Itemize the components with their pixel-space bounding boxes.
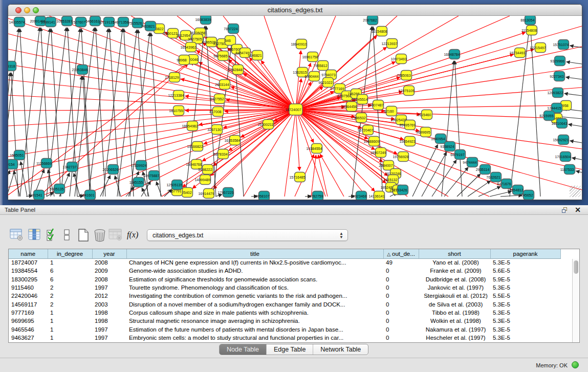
cell-short[interactable]: Hescheler et al. (1997) bbox=[419, 334, 490, 342]
cell-title[interactable]: Estimation of significance thresholds fo… bbox=[126, 275, 383, 283]
table-row[interactable]: 969969511998Structural magnetic resonanc… bbox=[9, 317, 560, 325]
cell-short[interactable]: Nakamura et al. (1997) bbox=[419, 325, 490, 333]
cell-year[interactable]: 2008 bbox=[92, 275, 126, 283]
graph-node[interactable]: 9227343 bbox=[550, 72, 564, 81]
cell-out_de[interactable]: 0 bbox=[383, 309, 419, 317]
function-builder-icon[interactable]: f(x) bbox=[127, 230, 138, 239]
graph-node[interactable]: 9115460 bbox=[418, 110, 432, 120]
cell-pagerank[interactable]: 5.3E-5 bbox=[490, 258, 560, 267]
cell-name[interactable]: 9115460 bbox=[9, 283, 48, 292]
cell-short[interactable]: de Silva et al. (2003) bbox=[419, 300, 490, 308]
cell-year[interactable]: 2009 bbox=[92, 267, 126, 275]
graph-node[interactable]: 10973493 bbox=[390, 54, 406, 64]
graph-node[interactable]: 2718129 bbox=[165, 73, 180, 82]
graph-node[interactable]: 7485063 bbox=[397, 71, 411, 80]
table-vertical-scrollbar[interactable] bbox=[572, 259, 579, 342]
cell-out_de[interactable]: 0 bbox=[383, 317, 419, 325]
graph-node[interactable]: 12093822 bbox=[547, 88, 563, 98]
network-window-titlebar[interactable]: citations_edges.txt bbox=[8, 5, 582, 16]
table-row[interactable]: 946554611997Estimation of the future num… bbox=[9, 325, 560, 333]
graph-node[interactable]: 8427552 bbox=[210, 94, 225, 104]
graph-node[interactable]: 7857224 bbox=[224, 24, 238, 34]
network-canvas[interactable]: 7463822866012339129541822605893275058186… bbox=[8, 16, 582, 200]
cell-pagerank[interactable]: 5.3E-5 bbox=[490, 317, 560, 325]
graph-node[interactable]: 19384554 bbox=[306, 144, 322, 154]
new-column-icon[interactable] bbox=[77, 228, 90, 242]
cell-in_degree[interactable]: 1 bbox=[48, 325, 92, 333]
table-row[interactable]: 2242004622012Investigating the contribut… bbox=[9, 292, 560, 300]
cell-out_de[interactable]: 49 bbox=[383, 258, 419, 267]
cell-out_de[interactable]: 0 bbox=[383, 325, 419, 333]
graph-node[interactable]: 12505135 bbox=[166, 180, 182, 190]
graph-node[interactable]: 12213937 bbox=[381, 39, 397, 49]
table-row[interactable]: 1830029562008Estimation of significance … bbox=[9, 275, 560, 283]
cell-in_degree[interactable]: 1 bbox=[48, 317, 92, 325]
cell-title[interactable]: Disruption of a novel member of a sodium… bbox=[126, 300, 383, 308]
graph-node[interactable]: 7386532 bbox=[352, 113, 366, 123]
column-header-pagerank[interactable]: pagerank bbox=[490, 249, 560, 258]
cell-in_degree[interactable]: 2 bbox=[48, 283, 92, 292]
cell-year[interactable]: 2008 bbox=[92, 258, 126, 267]
citation-graph[interactable]: 7463822866012339129541822605893275058186… bbox=[8, 16, 582, 200]
graph-node[interactable]: 9474444 bbox=[463, 158, 477, 167]
cell-short[interactable]: Tibbo et al. (1998) bbox=[419, 309, 490, 317]
cell-in_degree[interactable]: 2 bbox=[48, 292, 92, 300]
graph-node[interactable]: 16914479 bbox=[198, 189, 214, 199]
cell-in_degree[interactable]: 1 bbox=[48, 334, 92, 342]
table-row[interactable]: 1872400712008Changes of HCN gene express… bbox=[9, 258, 560, 267]
cell-pagerank[interactable]: 5.6E-5 bbox=[490, 267, 560, 275]
graph-node[interactable]: 14099489 bbox=[194, 175, 210, 185]
graph-node[interactable]: 9329966 bbox=[550, 56, 565, 66]
cell-name[interactable]: 18724007 bbox=[9, 258, 48, 267]
graph-node[interactable]: 7955812 bbox=[313, 61, 328, 71]
graph-node[interactable]: 20206526 bbox=[102, 165, 118, 174]
graph-node[interactable]: 15692921 bbox=[553, 135, 569, 145]
graph-node[interactable]: 19166822 bbox=[187, 142, 203, 151]
cell-name[interactable]: 9463627 bbox=[9, 334, 48, 342]
graph-node[interactable]: 12213384 bbox=[168, 91, 184, 100]
memory-ok-indicator[interactable] bbox=[572, 361, 579, 368]
tab-node-table[interactable]: Node Table bbox=[220, 344, 267, 355]
graph-node[interactable]: 16543962 bbox=[180, 42, 196, 52]
cell-in_degree[interactable]: 6 bbox=[48, 275, 92, 283]
cell-short[interactable]: Yano et al. (2008) bbox=[419, 258, 490, 267]
cell-name[interactable]: 9699695 bbox=[9, 317, 48, 325]
graph-node[interactable]: 14035574 bbox=[9, 17, 25, 27]
column-header-name[interactable]: name bbox=[9, 249, 48, 258]
column-header-year[interactable]: year bbox=[92, 249, 126, 258]
graph-node[interactable]: 10975887 bbox=[143, 171, 159, 181]
graph-node[interactable]: 11154808 bbox=[521, 26, 537, 35]
cell-short[interactable]: Wolkin et al. (1998) bbox=[419, 317, 490, 325]
cell-short[interactable]: Franke et al. (2009) bbox=[419, 267, 490, 275]
graph-node[interactable]: 15751074 bbox=[553, 40, 569, 50]
cell-short[interactable]: Stergiakouli et al. (2012) bbox=[419, 292, 490, 300]
cell-in_degree[interactable]: 1 bbox=[48, 309, 92, 317]
graph-node[interactable]: 18640910 bbox=[291, 39, 307, 49]
cell-name[interactable]: 22420046 bbox=[9, 292, 48, 300]
tab-edge-table[interactable]: Edge Table bbox=[267, 344, 313, 355]
graph-node[interactable]: 10853287 bbox=[56, 16, 72, 26]
cell-pagerank[interactable]: 5.9E-5 bbox=[490, 275, 560, 283]
show-columns-icon[interactable] bbox=[28, 228, 41, 241]
cell-out_de[interactable]: 0 bbox=[383, 334, 419, 342]
graph-node[interactable]: 5878334 bbox=[213, 149, 228, 159]
table-row[interactable]: 1456911722003Disruption of a novel membe… bbox=[9, 300, 560, 308]
graph-node[interactable]: 1810755 bbox=[169, 106, 184, 116]
scrollbar-thumb[interactable] bbox=[574, 260, 578, 274]
cell-year[interactable]: 1998 bbox=[92, 309, 126, 317]
cell-name[interactable]: 14569117 bbox=[9, 300, 48, 308]
column-header-title[interactable]: title bbox=[126, 249, 383, 258]
cell-year[interactable]: 1998 bbox=[92, 317, 126, 325]
cell-out_de[interactable]: 0 bbox=[383, 292, 419, 300]
graph-node[interactable]: 17957225 bbox=[217, 188, 233, 198]
graph-node[interactable]: 62160 bbox=[384, 106, 397, 116]
cell-name[interactable]: 9777169 bbox=[9, 309, 48, 317]
graph-node[interactable]: 2641601 bbox=[80, 190, 95, 200]
cell-name[interactable]: 18300295 bbox=[9, 275, 48, 283]
cell-pagerank[interactable]: 5.3E-5 bbox=[490, 325, 560, 333]
table-row[interactable]: 946362711997Embryonic stem cells: a mode… bbox=[9, 334, 560, 342]
column-header-in_degree[interactable]: in_degree bbox=[48, 249, 92, 258]
cell-pagerank[interactable]: 5.3E-5 bbox=[490, 309, 560, 317]
column-header-short[interactable]: short bbox=[419, 249, 490, 258]
graph-node[interactable]: 12215497 bbox=[530, 43, 546, 53]
